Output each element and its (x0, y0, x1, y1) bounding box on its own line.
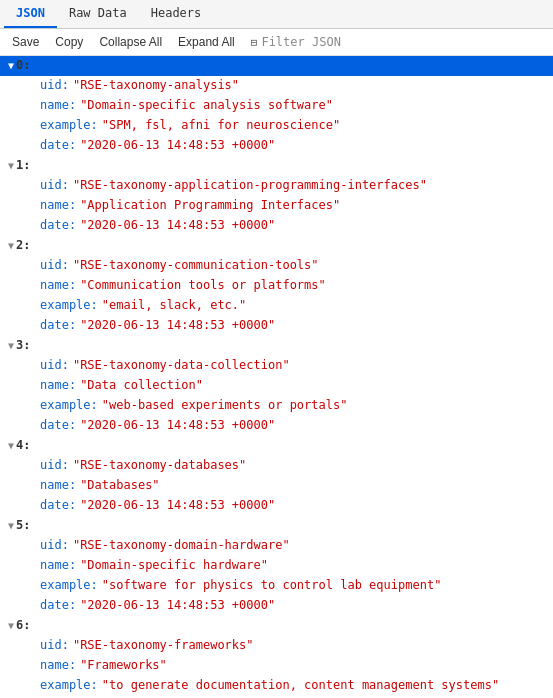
array-index: 6: (16, 616, 30, 635)
tab-rawdata[interactable]: Raw Data (57, 0, 139, 28)
example-value: "software for physics to control lab equ… (102, 576, 442, 595)
date-key: date: (40, 416, 76, 435)
tab-headers[interactable]: Headers (139, 0, 214, 28)
name-value: "Databases" (80, 476, 159, 495)
array-index: 0: (16, 56, 30, 75)
name-value: "Communication tools or platforms" (80, 276, 326, 295)
uid-row: uid:"RSE-taxonomy-application-programmin… (0, 176, 553, 196)
date-value: "2020-06-13 14:48:53 +0000" (80, 596, 275, 615)
array-index: 3: (16, 336, 30, 355)
example-value: "email, slack, etc." (102, 296, 247, 315)
date-row: date:"2020-06-13 14:48:53 +0000" (0, 136, 553, 156)
uid-row: uid:"RSE-taxonomy-analysis" (0, 76, 553, 96)
name-row: name:"Application Programming Interfaces… (0, 196, 553, 216)
name-key: name: (40, 196, 76, 215)
uid-row: uid:"RSE-taxonomy-communication-tools" (0, 256, 553, 276)
json-index-row[interactable]: ▼ 2: (0, 236, 553, 256)
collapse-arrow-icon[interactable]: ▼ (8, 238, 14, 254)
name-value: "Application Programming Interfaces" (80, 196, 340, 215)
uid-row: uid:"RSE-taxonomy-databases" (0, 456, 553, 476)
uid-value: "RSE-taxonomy-application-programming-in… (73, 176, 427, 195)
uid-key: uid: (40, 356, 69, 375)
json-index-row[interactable]: ▼ 5: (0, 516, 553, 536)
filter-area: ⊟ Filter JSON (251, 35, 341, 49)
date-row: date:"2020-06-13 14:48:53 +0000" (0, 596, 553, 616)
uid-key: uid: (40, 176, 69, 195)
uid-row: uid:"RSE-taxonomy-frameworks" (0, 636, 553, 656)
json-content: ▼ 0:uid:"RSE-taxonomy-analysis"name:"Dom… (0, 56, 553, 698)
name-key: name: (40, 276, 76, 295)
name-key: name: (40, 556, 76, 575)
date-value: "2020-06-13 14:48:53 +0000" (80, 416, 275, 435)
array-index: 5: (16, 516, 30, 535)
name-value: "Data collection" (80, 376, 203, 395)
copy-button[interactable]: Copy (51, 33, 87, 51)
example-value: "to generate documentation, content mana… (102, 676, 499, 695)
date-value: "2020-06-13 14:48:53 +0000" (80, 316, 275, 335)
example-row: example:"to generate documentation, cont… (0, 676, 553, 696)
example-key: example: (40, 676, 98, 695)
uid-value: "RSE-taxonomy-databases" (73, 456, 246, 475)
collapse-arrow-icon[interactable]: ▼ (8, 58, 14, 74)
date-row: date:"2020-06-13 14:48:53 +0000" (0, 216, 553, 236)
uid-key: uid: (40, 636, 69, 655)
name-row: name:"Databases" (0, 476, 553, 496)
date-key: date: (40, 316, 76, 335)
example-key: example: (40, 116, 98, 135)
collapse-all-button[interactable]: Collapse All (95, 33, 166, 51)
collapse-arrow-icon[interactable]: ▼ (8, 158, 14, 174)
example-key: example: (40, 576, 98, 595)
uid-value: "RSE-taxonomy-communication-tools" (73, 256, 319, 275)
json-index-row[interactable]: ▼ 0: (0, 56, 553, 76)
array-index: 1: (16, 156, 30, 175)
uid-row: uid:"RSE-taxonomy-domain-hardware" (0, 536, 553, 556)
name-key: name: (40, 656, 76, 675)
uid-row: uid:"RSE-taxonomy-data-collection" (0, 356, 553, 376)
date-value: "2020-06-13 14:48:53 +0000" (80, 496, 275, 515)
json-index-row[interactable]: ▼ 1: (0, 156, 553, 176)
filter-label: Filter JSON (261, 35, 340, 49)
example-row: example:"software for physics to control… (0, 576, 553, 596)
date-row: date:"2020-06-13 14:48:53 +0000" (0, 416, 553, 436)
uid-value: "RSE-taxonomy-domain-hardware" (73, 536, 290, 555)
json-index-row[interactable]: ▼ 4: (0, 436, 553, 456)
tab-json[interactable]: JSON (4, 0, 57, 28)
array-index: 2: (16, 236, 30, 255)
json-index-row[interactable]: ▼ 6: (0, 616, 553, 636)
uid-key: uid: (40, 536, 69, 555)
name-value: "Domain-specific analysis software" (80, 96, 333, 115)
date-value: "2020-06-13 14:48:53 +0000" (80, 216, 275, 235)
name-row: name:"Frameworks" (0, 656, 553, 676)
collapse-arrow-icon[interactable]: ▼ (8, 338, 14, 354)
toolbar: Save Copy Collapse All Expand All ⊟ Filt… (0, 29, 553, 56)
uid-key: uid: (40, 76, 69, 95)
collapse-arrow-icon[interactable]: ▼ (8, 618, 14, 634)
uid-value: "RSE-taxonomy-frameworks" (73, 636, 254, 655)
name-row: name:"Data collection" (0, 376, 553, 396)
save-button[interactable]: Save (8, 33, 43, 51)
date-key: date: (40, 596, 76, 615)
collapse-arrow-icon[interactable]: ▼ (8, 518, 14, 534)
example-value: "web-based experiments or portals" (102, 396, 348, 415)
date-value: "2020-06-13 14:48:53 +0000" (80, 136, 275, 155)
name-value: "Frameworks" (80, 656, 167, 675)
uid-key: uid: (40, 456, 69, 475)
name-row: name:"Domain-specific analysis software" (0, 96, 553, 116)
expand-all-button[interactable]: Expand All (174, 33, 239, 51)
uid-value: "RSE-taxonomy-analysis" (73, 76, 239, 95)
date-key: date: (40, 216, 76, 235)
name-key: name: (40, 376, 76, 395)
collapse-arrow-icon[interactable]: ▼ (8, 438, 14, 454)
array-index: 4: (16, 436, 30, 455)
uid-value: "RSE-taxonomy-data-collection" (73, 356, 290, 375)
date-key: date: (40, 136, 76, 155)
uid-key: uid: (40, 256, 69, 275)
filter-icon: ⊟ (251, 36, 258, 49)
date-row: date:"2020-06-13 14:48:53 +0000" (0, 316, 553, 336)
name-row: name:"Communication tools or platforms" (0, 276, 553, 296)
name-key: name: (40, 96, 76, 115)
json-index-row[interactable]: ▼ 3: (0, 336, 553, 356)
example-key: example: (40, 396, 98, 415)
example-row: example:"SPM, fsl, afni for neuroscience… (0, 116, 553, 136)
example-row: example:"email, slack, etc." (0, 296, 553, 316)
